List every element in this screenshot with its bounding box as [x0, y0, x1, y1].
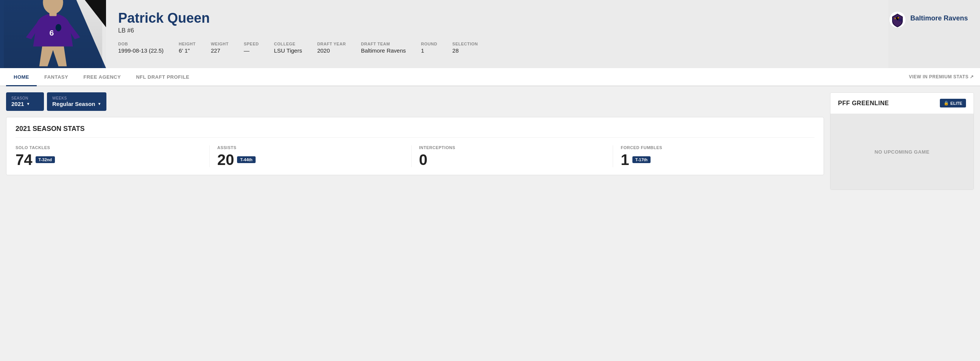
greenline-title: PFF GREENLINE: [838, 100, 889, 107]
premium-stats-link[interactable]: VIEW IN PREMIUM STATS ↗: [909, 74, 974, 79]
tab-nfl-draft-profile[interactable]: NFL DRAFT PROFILE: [128, 68, 197, 86]
stat-forced-fumbles: FORCED FUMBLES 1 T-17th: [612, 145, 815, 167]
draft-team-value: Baltimore Ravens: [361, 47, 406, 54]
svg-point-5: [897, 17, 899, 19]
player-silhouette-icon: 6: [11, 0, 95, 68]
svg-point-3: [56, 24, 61, 32]
interceptions-label: INTERCEPTIONS: [419, 145, 613, 150]
meta-height: HEIGHT 6' 1": [179, 42, 196, 54]
stat-solo-tackles: SOLO TACKLES 74 T-32nd: [16, 145, 209, 167]
stat-interceptions: INTERCEPTIONS 0: [411, 145, 613, 167]
interceptions-value-row: 0: [419, 152, 613, 167]
stats-card-title: 2021 SEASON STATS: [16, 125, 815, 138]
season-dropdown-arrow-icon: ▼: [26, 102, 30, 106]
season-filter-value: 2021 ▼: [11, 101, 30, 107]
meta-draft-team: DRAFT TEAM Baltimore Ravens: [361, 42, 406, 54]
lock-icon: 🔒: [943, 101, 949, 106]
weight-value: 227: [211, 47, 229, 54]
selection-label: SELECTION: [452, 42, 478, 46]
player-meta: DOB 1999-08-13 (22.5) HEIGHT 6' 1" WEIGH…: [118, 42, 879, 54]
meta-selection: SELECTION 28: [452, 42, 478, 54]
stats-card: 2021 SEASON STATS SOLO TACKLES 74 T-32nd…: [6, 117, 824, 175]
weeks-filter-label: WEEKS: [52, 96, 67, 100]
solo-tackles-value-row: 74 T-32nd: [16, 152, 209, 167]
height-value: 6' 1": [179, 47, 196, 54]
nav-tabs: HOME FANTASY FREE AGENCY NFL DRAFT PROFI…: [0, 68, 980, 86]
draft-year-label: DRAFT YEAR: [317, 42, 346, 46]
player-photo: 6: [4, 0, 102, 68]
solo-tackles-value: 74: [16, 152, 33, 167]
selection-value: 28: [452, 47, 478, 54]
draft-year-value: 2020: [317, 47, 346, 54]
assists-rank-badge: T-44th: [237, 156, 255, 163]
speed-value: —: [244, 47, 259, 54]
forced-fumbles-rank-badge: T-17th: [632, 156, 651, 163]
main-content: SEASON 2021 ▼ WEEKS Regular Season ▼ 202…: [0, 86, 980, 196]
stats-row: SOLO TACKLES 74 T-32nd ASSISTS 20 T-44th…: [16, 145, 815, 167]
ravens-logo-icon: [888, 11, 907, 29]
solo-tackles-rank-badge: T-32nd: [36, 156, 55, 163]
greenline-card: PFF GREENLINE 🔒 ELITE NO UPCOMING GAME: [830, 92, 974, 190]
player-info: Patrick Queen LB #6 DOB 1999-08-13 (22.5…: [106, 0, 888, 68]
meta-round: ROUND 1: [421, 42, 438, 54]
assists-value-row: 20 T-44th: [217, 152, 411, 167]
team-logo-area: Baltimore Ravens: [888, 0, 980, 68]
weeks-filter-value: Regular Season ▼: [52, 101, 101, 107]
tab-fantasy[interactable]: FANTASY: [37, 68, 76, 86]
dob-value: 1999-08-13 (22.5): [118, 47, 164, 54]
meta-dob: DOB 1999-08-13 (22.5): [118, 42, 164, 54]
solo-tackles-label: SOLO TACKLES: [16, 145, 209, 150]
meta-weight: WEIGHT 227: [211, 42, 229, 54]
filters-bar: SEASON 2021 ▼ WEEKS Regular Season ▼: [6, 92, 824, 111]
assists-value: 20: [217, 152, 234, 167]
interceptions-value: 0: [419, 152, 428, 167]
player-photo-area: 6: [0, 0, 106, 68]
player-header: 6 Patrick Queen LB #6 DOB 1999-08-13 (22…: [0, 0, 980, 68]
meta-speed: SPEED —: [244, 42, 259, 54]
elite-badge: 🔒 ELITE: [940, 99, 966, 108]
college-value: LSU Tigers: [274, 47, 302, 54]
elite-badge-label: ELITE: [950, 101, 962, 106]
speed-label: SPEED: [244, 42, 259, 46]
forced-fumbles-value-row: 1 T-17th: [620, 152, 815, 167]
assists-label: ASSISTS: [217, 145, 411, 150]
weight-label: WEIGHT: [211, 42, 229, 46]
greenline-body: NO UPCOMING GAME: [830, 114, 974, 190]
meta-college: COLLEGE LSU Tigers: [274, 42, 302, 54]
svg-text:6: 6: [49, 28, 54, 37]
season-filter-label: SEASON: [11, 96, 29, 100]
greenline-header: PFF GREENLINE 🔒 ELITE: [830, 93, 974, 114]
tab-home[interactable]: HOME: [6, 68, 37, 86]
team-name: Baltimore Ravens: [910, 11, 968, 22]
tab-free-agency[interactable]: FREE AGENCY: [76, 68, 128, 86]
college-label: COLLEGE: [274, 42, 302, 46]
forced-fumbles-label: FORCED FUMBLES: [620, 145, 815, 150]
player-name: Patrick Queen: [118, 11, 879, 26]
forced-fumbles-value: 1: [620, 152, 629, 167]
left-panel: SEASON 2021 ▼ WEEKS Regular Season ▼ 202…: [6, 92, 824, 190]
dob-label: DOB: [118, 42, 164, 46]
season-dropdown[interactable]: SEASON 2021 ▼: [6, 92, 44, 111]
height-label: HEIGHT: [179, 42, 196, 46]
round-value: 1: [421, 47, 438, 54]
player-position: LB #6: [118, 27, 879, 34]
weeks-dropdown[interactable]: WEEKS Regular Season ▼: [47, 92, 107, 111]
draft-team-label: DRAFT TEAM: [361, 42, 406, 46]
meta-draft-year: DRAFT YEAR 2020: [317, 42, 346, 54]
round-label: ROUND: [421, 42, 438, 46]
right-panel: PFF GREENLINE 🔒 ELITE NO UPCOMING GAME: [830, 92, 974, 190]
svg-rect-1: [49, 11, 56, 16]
no-game-text: NO UPCOMING GAME: [874, 149, 929, 155]
weeks-dropdown-arrow-icon: ▼: [97, 102, 101, 106]
stat-assists: ASSISTS 20 T-44th: [209, 145, 411, 167]
